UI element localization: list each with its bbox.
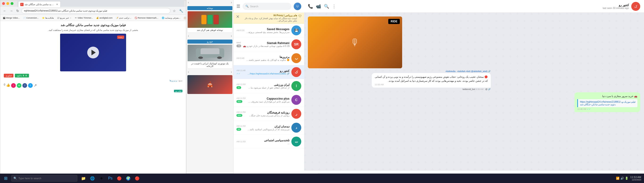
next-arrow[interactable]: ›: [188, 0, 189, 4]
url-input[interactable]: eghtesaad24.ir/fa/news/218681/فیلم-موزیک…: [22, 8, 170, 14]
proxy-close-icon[interactable]: ✕: [236, 14, 240, 19]
chat-item-iran-varzeshi[interactable]: ا ایران ورزشی از حداقل خطای عفو از جمله …: [234, 79, 304, 93]
maximize-button[interactable]: [10, 2, 14, 5]
bookmark-icon[interactable]: ☆: [172, 8, 177, 13]
people-ad-image[interactable]: 🎪: [188, 75, 232, 94]
bookmark-tarkib[interactable]: 📝 تركيب جدى...: [114, 16, 132, 19]
back-button[interactable]: ←: [2, 8, 7, 13]
taskbar-app-explorer[interactable]: 📁: [79, 174, 88, 183]
twitter-icon[interactable]: T: [28, 83, 33, 88]
taskbar-search-placeholder: Type here to search: [18, 177, 41, 180]
system-clock[interactable]: 11:53 AM 12/2/2023: [630, 176, 641, 181]
telegram-search-box[interactable]: 🔍 Search: [242, 3, 291, 10]
battery-icon[interactable]: 🔋: [625, 177, 628, 180]
tab-close-icon[interactable]: ✕: [56, 3, 58, 6]
browser-icon: 🌐: [90, 176, 95, 181]
proxy-subtitle: لیست چندجملگی که میاید بهش افتخار کرد. س…: [241, 17, 297, 22]
bookmark-arz[interactable]: 💰 arzdigital.com: [95, 16, 114, 19]
prev-arrow[interactable]: ‹: [231, 0, 232, 4]
clock-time: 11:53 AM: [630, 176, 641, 179]
chat-item-farhikhtegan[interactable]: ر روزنامه فرهیختگان روایتی از زندگی می‌ر…: [234, 107, 304, 121]
farhikhtegan-avatar: ر: [291, 109, 301, 119]
volume-icon[interactable]: 🔊: [620, 177, 624, 180]
taskbar-app-browser[interactable]: 🌐: [88, 174, 97, 183]
chat-header-info: کنتور رو last seen 30 minutes ago: [338, 3, 629, 9]
saved-avatar: 💾: [291, 25, 301, 35]
taskbar-app-red1[interactable]: 🔴: [115, 174, 124, 183]
taskbar-search-box[interactable]: 🔍 Type here to search: [11, 175, 77, 182]
chat-item-siamak[interactable]: SR Siamak Rahmani 0.1$ ۵ میلیون تومانی ق…: [234, 37, 304, 51]
link-preview[interactable]: https://eghtesaad24.ir/fa/news/218861/-ف…: [577, 99, 638, 107]
extensions-icon[interactable]: 🔧: [178, 8, 184, 13]
kontour-info: کنتور رو 🔗 https://eghtesaad24.ir/fa/new…: [248, 69, 290, 75]
chat-item-saved[interactable]: 💾 Saved Messages سرترین‌ها: بخش مستند پن…: [234, 23, 304, 37]
bartarin-time: 9:40 AM: [236, 57, 244, 59]
chat-item-didban[interactable]: د دیده‌بان ایران می‌پرسند که از پارسیونا…: [234, 121, 304, 135]
sender-link[interactable]: 🔗 AbdiMedia · Abdollah Abdi (@abdollah_a…: [446, 70, 491, 73]
active-tab[interactable]: F فیلم/ موزیک ویدئوی جدید ساسی مانکن جنگ…: [18, 1, 60, 7]
farhikhtegan-time: 11:53 AM: [236, 111, 246, 113]
taskbar-app-telegram[interactable]: ✈: [97, 174, 106, 183]
cappuccino-avatar: C: [291, 95, 301, 105]
tech-button[interactable]: فناوری: [4, 74, 14, 77]
start-button[interactable]: ⊞: [0, 174, 11, 183]
facebook-icon[interactable]: f: [22, 83, 27, 88]
minimize-button[interactable]: [6, 2, 9, 5]
bookmark-highlights[interactable]: ⭐ هایلایت‌ها: [41, 16, 55, 19]
search-placeholder: Search: [250, 5, 258, 8]
sub-sender-info: 🔗 @twittervid_bot 9:39 AM: [308, 88, 491, 90]
voice-call-icon[interactable]: 📞: [308, 4, 313, 9]
taskbar-app-photoshop[interactable]: Ps: [106, 174, 114, 183]
chat-header: ک کنتور رو last seen 30 minutes ago 📞 📹 …: [304, 0, 644, 13]
drinks-ad-card[interactable]: نوشابه قوطی هم گران شد: [188, 11, 232, 32]
chat-item-bartarin[interactable]: ب برترین‌ها 🔶 چگونه به کودکان یاد بدهیم …: [234, 51, 304, 65]
bookmark-conversion[interactable]: 📄 Conversion...: [22, 16, 40, 19]
bookmark-dalil[interactable]: 📋 دليل احتفا...: [182, 16, 186, 19]
telegram-chat-list: ☰ 🔍 Search U 🛡 های پروکس | Hi Proxy لیست…: [233, 0, 304, 183]
article-actions: ⬇ ⬇ دانلود فناوری: [4, 74, 182, 77]
bookmark-maarifi[interactable]: 🌐 معرفی وبسایت...: [160, 16, 182, 19]
car-next-arrow[interactable]: ›: [188, 34, 189, 38]
download-button[interactable]: ⬇ ⬇ دانلود: [15, 74, 29, 77]
browser-titlebar: F فیلم/ موزیک ویدئوی جدید ساسی مانکن جنگ…: [0, 0, 186, 7]
refresh-button[interactable]: ↻: [15, 8, 20, 13]
car-prev-arrow[interactable]: ‹: [231, 34, 232, 38]
close-button[interactable]: [2, 2, 5, 5]
chat-status: last seen 30 minutes ago: [338, 7, 629, 9]
chat-item-talkhand[interactable]: ت تلخندسیاسی اجتماعی ... 11:53 AM: [234, 135, 304, 149]
taskbar-app-chrome[interactable]: 🌍: [124, 174, 132, 183]
ads-panel: ‹ › نوشابه نوشابه قوطی هم گران شد ‹ › خو…: [186, 0, 233, 183]
network-icon[interactable]: 📶: [616, 177, 620, 180]
source-link[interactable]: برترین‌ها: [170, 79, 178, 82]
bookmark-video-trimmer[interactable]: ✂ Video Trimmer...: [74, 16, 94, 19]
chat-item-cappuccino[interactable]: C Cappuccino plus می‌گویم خانم این هوادا…: [234, 93, 304, 107]
video-player[interactable]: رشـد: [60, 34, 126, 71]
chat-item-kontour[interactable]: ک کنتور رو 🔗 https://eghtesaad24.ir/fa/n…: [234, 65, 304, 79]
video-call-icon[interactable]: 📹: [316, 4, 321, 9]
telegram-user-avatar[interactable]: U: [294, 2, 301, 10]
farhikhtegan-meta: 11:53 AM 650: [236, 111, 246, 117]
bookmark-news[interactable]: 📰 خبر سریع ←: [56, 16, 73, 19]
bookmark-merge-video[interactable]: 🎬 Merge Video...: [2, 16, 21, 19]
iran-varzeshi-preview: از حداقل خطای عفو از جمله می‌شود، ماهک ه…: [248, 86, 290, 89]
more-options-icon[interactable]: ⋮: [332, 4, 336, 9]
bottom-next-arrow[interactable]: ›: [188, 70, 189, 74]
taskbar-app-red2[interactable]: 🔴: [133, 174, 142, 183]
bottom-prev-arrow[interactable]: ‹: [231, 70, 232, 74]
whatsapp-icon[interactable]: W: [17, 83, 22, 88]
didban-preview: می‌پرسند که از پارسیونالیتی اسلامید بالش…: [248, 128, 290, 131]
instagram-icon[interactable]: I: [11, 83, 16, 88]
search-chat-icon[interactable]: 🔍: [324, 4, 329, 9]
cappuccino-meta: 11:53 AM 551: [236, 97, 246, 103]
bookmark-watermark[interactable]: 🚫 Remove Watermark...: [134, 16, 160, 19]
thumbs-up-icon[interactable]: 👍: [6, 83, 10, 88]
car-ad-card[interactable]: یک موتوری اتوماتیک ایرانی با قیمت در کار…: [188, 44, 232, 69]
forward-button[interactable]: →: [9, 8, 14, 13]
cappuccino-name: Cappuccino plus: [248, 97, 290, 100]
telegram-menu-icon[interactable]: ☰: [236, 4, 240, 9]
play-button[interactable]: [87, 47, 99, 58]
windows-logo-icon: ⊞: [4, 176, 8, 181]
chat-header-avatar: ک: [631, 2, 640, 11]
bartarin-meta: 9:40 AM: [236, 57, 244, 59]
share-icon[interactable]: ↗: [34, 83, 37, 88]
